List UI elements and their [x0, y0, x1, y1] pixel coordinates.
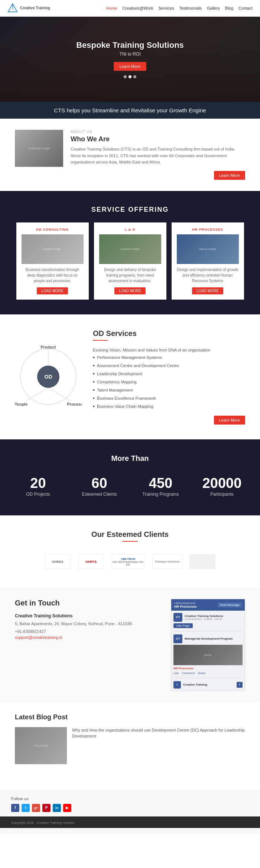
blog-section-title: Latest Blog Post	[15, 713, 245, 721]
service-offering-section: SERVICE OFFERING OD CONSULTING people im…	[0, 191, 260, 314]
client-trishagni-text: Trishagni Solutions	[155, 560, 180, 563]
contact-company-name: Creative Training Solutions	[15, 613, 163, 618]
header: Creative Training Home Creatives@Work Se…	[0, 0, 260, 17]
stat-od-projects: 20 OD Projects	[7, 472, 69, 501]
stat-od-label: OD Projects	[26, 492, 50, 497]
od-services-section: OD Product People Process OD Services Ev…	[0, 314, 260, 439]
social-pinterest-icon[interactable]: P	[42, 804, 51, 812]
nav-contact[interactable]: Contact	[238, 6, 253, 10]
nav-services[interactable]: Services	[158, 6, 174, 10]
fb-send-button[interactable]: Send Message	[218, 603, 242, 607]
clients-section: Our Esteemed Clients VARKS VARYS UNI-TEC…	[0, 515, 260, 588]
service-card-od-desc: Business transformation through deep dia…	[22, 267, 84, 284]
fb-post1-sub: Local business · 4 posts · see all	[185, 618, 223, 620]
od-list-item: •Assessment Centre and Development Centr…	[93, 362, 245, 370]
social-icons-row: f t g+ P in ▶	[11, 804, 249, 812]
stat-clients: 60 Esteemed Clients	[69, 472, 130, 501]
service-card-ld-cta[interactable]: LOAD MORE	[114, 287, 146, 294]
about-image: Training Image	[15, 130, 63, 167]
footer-copyright-bar: Copyright 2018 · Creative Training Solut…	[0, 816, 260, 828]
social-linkedin-icon[interactable]: in	[53, 804, 61, 812]
svg-text:People: People	[15, 402, 27, 406]
dot-3[interactable]	[133, 75, 136, 78]
od-diagram: OD Product People Process	[15, 343, 82, 410]
od-learn-more-button[interactable]: Learn More	[214, 416, 245, 425]
service-card-od-image: people image	[22, 234, 84, 264]
tagline-text: CTS helps you Streamline and Revitalise …	[54, 107, 206, 113]
fb-post2-name: Managerial Development Program	[185, 637, 233, 640]
fb-like-action[interactable]: Like	[173, 671, 179, 675]
clients-title: Our Esteemed Clients	[7, 530, 253, 539]
service-card-hr-image: laptop image	[177, 234, 239, 264]
service-card-ld-label: L & D	[99, 228, 161, 231]
hero-subtitle: TNI to ROI	[0, 52, 260, 57]
social-youtube-icon[interactable]: ▶	[63, 804, 71, 812]
svg-text:OD: OD	[45, 374, 52, 380]
blog-post: blog image Why and How the organizations…	[15, 727, 245, 764]
nav-home[interactable]: Home	[106, 6, 117, 10]
social-googleplus-icon[interactable]: g+	[32, 804, 40, 812]
svg-text:Process: Process	[67, 402, 82, 406]
blog-post-image: blog image	[15, 727, 67, 764]
client-logo-varks: VARKS	[45, 554, 71, 569]
follow-us-label: Follow us	[11, 796, 249, 801]
about-description: Creative Training Solutions (CTS) is an …	[71, 146, 245, 166]
dot-1[interactable]	[124, 75, 127, 78]
od-services-list: Evolving Vision, Mission and Values from…	[93, 347, 245, 410]
service-offering-title: SERVICE OFFERING	[7, 206, 253, 214]
clients-logos-row: VARKS VARYS UNI-TECH UNI-TECH Automation…	[7, 551, 253, 573]
about-title: Who We Are	[71, 135, 245, 143]
fb-comment-action[interactable]: Comment	[182, 671, 195, 675]
fb-post2-image: photo	[173, 645, 243, 665]
logo-text: Creative Training	[20, 6, 50, 10]
service-card-od-label: OD CONSULTING	[22, 228, 84, 231]
fb-content-area: CT Creative Training Solutions Local bus…	[171, 611, 245, 691]
stats-row: 20 OD Projects 60 Esteemed Clients 450 T…	[7, 472, 253, 501]
client-logo-5	[189, 554, 215, 569]
contact-title: Get in Touch	[15, 599, 163, 607]
fb-page-label: L&Development	[174, 601, 197, 605]
client-logo-trishagni: Trishagni Solutions	[152, 554, 182, 569]
od-list-section: OD Services Evolving Vision, Mission and…	[93, 329, 245, 425]
dot-2[interactable]	[129, 75, 131, 78]
service-card-ld: L & D outdoor image Design and delivery …	[94, 222, 166, 300]
od-list-item: •Competency Mapping	[93, 378, 245, 386]
service-card-hr-desc: Design and implementation of growth and …	[177, 267, 239, 284]
contact-email[interactable]: support@creativtraining.in	[15, 635, 163, 640]
nav-creatives[interactable]: Creatives@Work	[122, 6, 153, 10]
svg-line-6	[48, 388, 71, 401]
stat-participants-number: 20000	[195, 475, 249, 491]
about-learn-more-button[interactable]: Learn More	[214, 171, 245, 180]
social-twitter-icon[interactable]: t	[22, 804, 30, 812]
stat-clients-number: 60	[72, 475, 126, 491]
od-list-item: •Leadership Development	[93, 370, 245, 378]
service-card-hr-label: HR PROCESSES	[177, 228, 239, 231]
client-logo-unitech: UNI-TECH UNI-TECH Automation Pvt. Ltd.	[111, 554, 145, 569]
social-facebook-icon[interactable]: f	[11, 804, 19, 812]
nav-testimonials[interactable]: Testimonials	[179, 6, 202, 10]
logo[interactable]: Creative Training	[7, 3, 50, 13]
hero-cta-button[interactable]: Learn More	[114, 62, 146, 71]
service-card-hr-cta[interactable]: LOAD MORE	[192, 287, 223, 294]
blog-post-title: Why and How the organizations should use…	[72, 727, 245, 739]
nav-blog[interactable]: Blog	[225, 6, 233, 10]
hero-section: Bespoke Training Solutions TNI to ROI Le…	[0, 17, 260, 102]
contact-left: Get in Touch Creative Training Solutions…	[15, 599, 163, 691]
service-card-od: OD CONSULTING people image Business tran…	[16, 222, 89, 300]
fb-post1-like-btn[interactable]: Like Page	[173, 623, 193, 628]
stat-clients-label: Esteemed Clients	[82, 492, 117, 497]
stat-training-label: Training Programs	[142, 492, 179, 497]
nav-gallery[interactable]: Gallery	[207, 6, 220, 10]
fb-share-action[interactable]: Share	[198, 671, 205, 675]
fb-post2-section-label: HR Processes	[173, 667, 243, 670]
od-list-item: •Business Value Chain Mapping	[93, 402, 245, 410]
svg-line-5	[26, 388, 48, 401]
client-logo-varys: VARYS	[78, 554, 104, 569]
od-list-item: •Performance Management Systems	[93, 353, 245, 362]
fb-post1-name: Creative Training Solutions	[185, 614, 223, 618]
fb-post-2: CT Managerial Development Program photo …	[173, 634, 243, 678]
fb-post2-actions: Like Comment Share	[173, 671, 243, 675]
od-learn-more-container: Learn More	[93, 416, 245, 425]
service-card-od-cta[interactable]: LOAD MORE	[37, 287, 68, 294]
main-nav: Home Creatives@Work Services Testimonial…	[106, 6, 253, 10]
